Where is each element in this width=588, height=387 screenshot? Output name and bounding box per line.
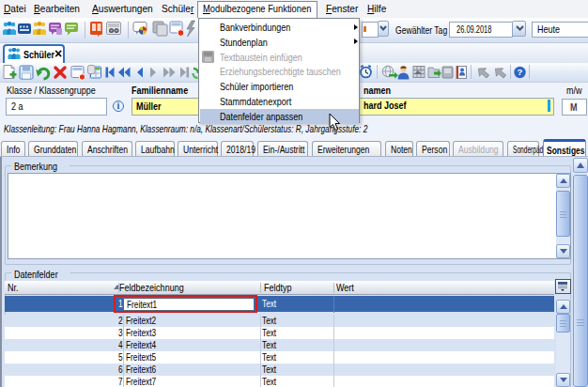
svg-text:?: ?: [518, 67, 523, 77]
